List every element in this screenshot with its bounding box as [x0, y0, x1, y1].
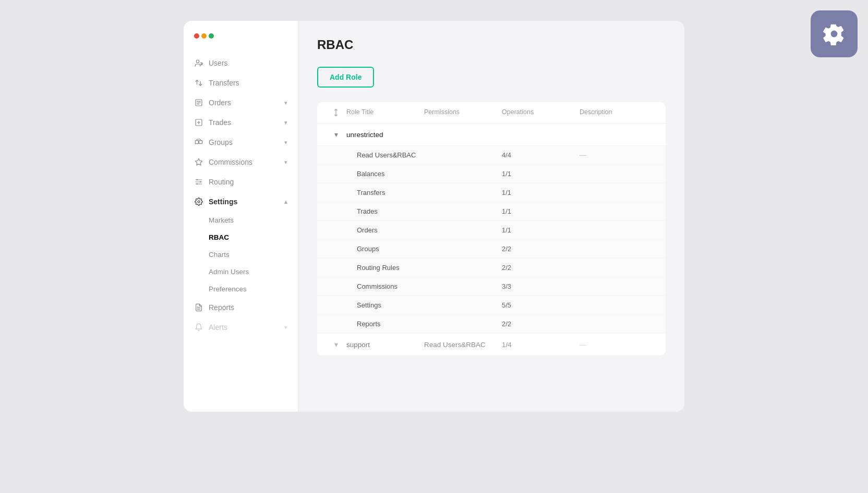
permission-row: Reports 2/2	[317, 315, 666, 334]
perm-ops-count-3: 1/1	[502, 207, 580, 215]
permission-row: Transfers 1/1	[317, 183, 666, 202]
routing-icon	[194, 177, 203, 187]
sidebar-item-trades-label: Trades	[209, 118, 279, 127]
perm-ops-count-4: 1/1	[502, 226, 580, 234]
permission-row: Orders 1/1	[317, 221, 666, 240]
perm-name-0: Read Users&RBAC	[346, 151, 424, 159]
logo-dot-green	[209, 33, 214, 39]
support-perm-ops: 1/4	[502, 341, 580, 349]
groups-icon	[194, 138, 203, 147]
gear-icon	[823, 22, 846, 45]
perm-ops-count-7: 3/3	[502, 282, 580, 290]
transfers-icon	[194, 78, 203, 88]
orders-icon	[194, 98, 203, 107]
sidebar-item-alerts-label: Alerts	[209, 323, 279, 331]
sidebar-item-trades[interactable]: Trades ▾	[184, 113, 298, 132]
role-row-support[interactable]: ▾ support Read Users&RBAC 1/4 —	[317, 334, 666, 355]
perm-ops-count-0: 4/4	[502, 151, 580, 159]
perm-ops-count-9: 2/2	[502, 320, 580, 328]
svg-marker-5	[195, 158, 202, 165]
perm-ops-count-2: 1/1	[502, 189, 580, 196]
perm-name-9: Reports	[346, 320, 424, 328]
perm-name-7: Commissions	[346, 282, 424, 290]
sidebar-item-users-label: Users	[209, 59, 287, 67]
logo-dot-red	[194, 33, 199, 39]
sidebar-item-orders[interactable]: Orders ▾	[184, 93, 298, 113]
perm-ops-count-6: 2/2	[502, 264, 580, 272]
page-title: RBAC	[317, 38, 666, 52]
perm-name-4: Orders	[346, 226, 424, 234]
settings-chevron-icon: ▴	[284, 199, 287, 205]
role-name-unrestricted: unrestricted	[346, 131, 424, 139]
role-name-support: support	[346, 341, 424, 349]
logo	[184, 33, 298, 53]
svg-point-0	[196, 60, 199, 63]
sidebar-subitem-preferences-label: Preferences	[209, 285, 247, 293]
perm-name-5: Groups	[346, 245, 424, 253]
gear-settings-button[interactable]	[811, 10, 858, 57]
svg-point-6	[196, 179, 198, 181]
sidebar-nav: Users Transfers Orders ▾	[184, 53, 298, 399]
svg-point-9	[198, 201, 200, 203]
sidebar-item-groups[interactable]: Groups ▾	[184, 132, 298, 152]
table-header: Role Title Permissions Operations Descri…	[317, 102, 666, 124]
permission-row: Balances 1/1	[317, 165, 666, 183]
sidebar-subitem-rbac-label: RBAC	[209, 233, 229, 241]
expand-support-icon[interactable]: ▾	[326, 340, 346, 349]
svg-rect-4	[199, 141, 202, 144]
sidebar: Users Transfers Orders ▾	[184, 21, 298, 412]
sort-icon[interactable]	[326, 108, 346, 117]
perm-name-6: Routing Rules	[346, 264, 424, 272]
perm-name-3: Trades	[346, 207, 424, 215]
logo-dot-yellow	[201, 33, 207, 39]
perm-name-8: Settings	[346, 301, 424, 309]
sidebar-item-routing-label: Routing	[209, 178, 287, 186]
col-header-permissions: Permissions	[424, 108, 502, 117]
sidebar-item-routing[interactable]: Routing	[184, 172, 298, 192]
sidebar-item-alerts[interactable]: Alerts ▾	[184, 317, 298, 337]
sidebar-item-groups-label: Groups	[209, 138, 279, 146]
trades-chevron-icon: ▾	[284, 119, 287, 126]
sidebar-item-transfers-label: Transfers	[209, 79, 287, 87]
alerts-icon	[194, 323, 203, 332]
sidebar-subitem-markets-label: Markets	[209, 216, 234, 224]
sidebar-item-users[interactable]: Users	[184, 53, 298, 73]
support-perm-name: Read Users&RBAC	[424, 341, 502, 349]
perm-ops-count-5: 2/2	[502, 245, 580, 253]
sidebar-subitem-markets[interactable]: Markets	[184, 212, 298, 229]
app-container: Users Transfers Orders ▾	[184, 21, 684, 412]
groups-chevron-icon: ▾	[284, 139, 287, 146]
perm-name-2: Transfers	[346, 189, 424, 196]
sidebar-item-settings[interactable]: Settings ▴	[184, 192, 298, 212]
sidebar-item-transfers[interactable]: Transfers	[184, 73, 298, 93]
permission-row: Routing Rules 2/2	[317, 258, 666, 277]
sidebar-subitem-rbac[interactable]: RBAC	[184, 229, 298, 246]
support-perm-desc: —	[580, 341, 657, 349]
add-role-button[interactable]: Add Role	[317, 67, 374, 88]
users-icon	[194, 58, 203, 68]
col-header-operations: Operations	[502, 108, 580, 117]
perm-ops-count-8: 5/5	[502, 301, 580, 309]
svg-point-7	[200, 181, 201, 183]
permission-row: Groups 2/2	[317, 240, 666, 258]
perm-name-1: Balances	[346, 170, 424, 178]
permission-row: Commissions 3/3	[317, 277, 666, 296]
sidebar-item-commissions[interactable]: Commissions ▾	[184, 152, 298, 172]
reports-icon	[194, 303, 203, 312]
sidebar-subitem-charts-label: Charts	[209, 251, 230, 258]
sidebar-subitem-preferences[interactable]: Preferences	[184, 280, 298, 298]
perm-desc-0: —	[580, 151, 657, 159]
sidebar-subitem-charts[interactable]: Charts	[184, 246, 298, 263]
rbac-table: Role Title Permissions Operations Descri…	[317, 102, 666, 355]
sidebar-subitem-admin-users-label: Admin Users	[209, 268, 249, 276]
col-header-role-title: Role Title	[346, 108, 424, 117]
sidebar-item-reports[interactable]: Reports	[184, 298, 298, 317]
alerts-chevron-icon: ▾	[284, 324, 287, 331]
sidebar-item-orders-label: Orders	[209, 98, 279, 107]
permission-row: Trades 1/1	[317, 202, 666, 221]
role-row-unrestricted[interactable]: ▾ unrestricted	[317, 124, 666, 146]
orders-chevron-icon: ▾	[284, 100, 287, 106]
commissions-icon	[194, 157, 203, 167]
expand-unrestricted-icon[interactable]: ▾	[326, 130, 346, 139]
sidebar-subitem-admin-users[interactable]: Admin Users	[184, 263, 298, 280]
